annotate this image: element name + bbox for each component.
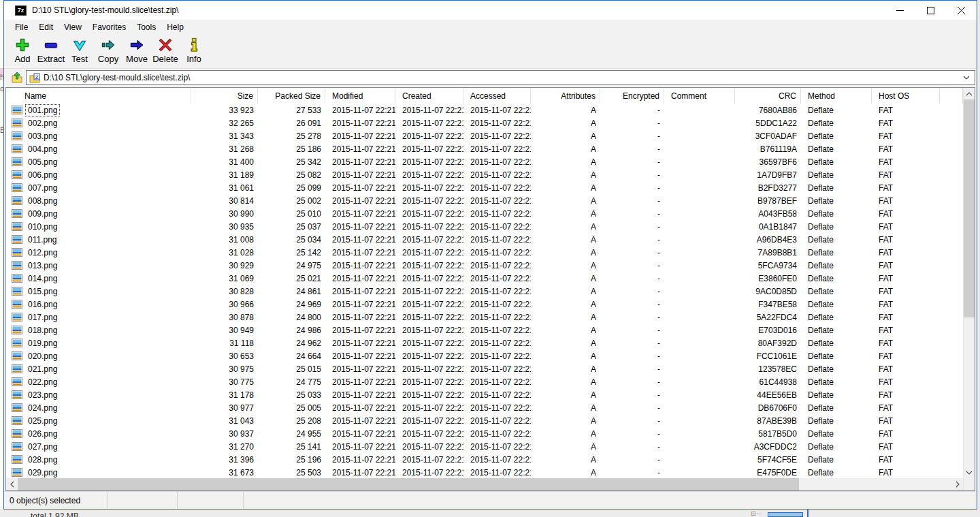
vertical-scroll-track[interactable] (964, 99, 975, 467)
cell-modified: 2015-11-07 22:21 (325, 168, 395, 181)
address-path: D:\10 STL\glory-test-mould.slice\test.zi… (44, 73, 958, 82)
horizontal-scroll-thumb[interactable] (18, 478, 799, 490)
file-row[interactable]: 019.png 31 118 24 962 2015-11-07 22:21 2… (6, 336, 963, 349)
cell-host-os: FAT (872, 220, 940, 233)
header-cell-method[interactable]: Method (801, 88, 872, 104)
test-button[interactable]: Test (65, 37, 94, 64)
delete-button[interactable]: Delete (151, 37, 180, 64)
cell-accessed: 2015-11-07 22:21 (463, 207, 531, 220)
move-button[interactable]: Move (122, 37, 151, 64)
menu-item-view[interactable]: View (59, 21, 87, 33)
file-row[interactable]: 015.png 30 828 24 861 2015-11-07 22:21 2… (6, 285, 963, 298)
header-cell-comment[interactable]: Comment (664, 88, 735, 104)
file-row[interactable]: 012.png 31 028 25 142 2015-11-07 22:21 2… (6, 246, 963, 259)
maximize-button[interactable] (915, 1, 946, 20)
header-cell-name[interactable]: Name (6, 88, 191, 104)
cell-modified: 2015-11-07 22:21 (325, 375, 395, 388)
menu-item-file[interactable]: File (10, 21, 33, 33)
cell-method: Deflate (801, 168, 872, 181)
cell-created: 2015-11-07 22:21 (395, 375, 463, 388)
cell-comment (664, 324, 735, 336)
file-row[interactable]: 009.png 30 990 25 010 2015-11-07 22:21 2… (6, 207, 963, 220)
header-cell-modified[interactable]: Modified (325, 88, 395, 104)
cell-created: 2015-11-07 22:21 (395, 246, 463, 259)
file-row[interactable]: 006.png 31 189 25 082 2015-11-07 22:21 2… (6, 168, 963, 181)
file-row[interactable]: 011.png 31 008 25 034 2015-11-07 22:21 2… (6, 233, 963, 246)
cell-size: 31 028 (191, 246, 258, 259)
file-row[interactable]: 017.png 30 878 24 800 2015-11-07 22:21 2… (6, 311, 963, 324)
cell-name: 022.png (6, 375, 191, 388)
address-dropdown-button[interactable] (961, 76, 972, 80)
cell-size: 31 118 (191, 336, 258, 349)
cell-accessed: 2015-11-07 22:21 (463, 440, 531, 453)
close-button[interactable] (946, 1, 977, 20)
scroll-down-button[interactable] (964, 467, 975, 478)
file-row[interactable]: 002.png 32 265 26 091 2015-11-07 22:21 2… (6, 116, 963, 129)
file-row[interactable]: 008.png 30 814 25 002 2015-11-07 22:21 2… (6, 194, 963, 207)
file-row[interactable]: 007.png 31 061 25 099 2015-11-07 22:21 2… (6, 181, 963, 194)
cell-host-os: FAT (872, 233, 940, 246)
file-row[interactable]: 021.png 30 975 25 015 2015-11-07 22:21 2… (6, 362, 963, 375)
header-cell-host-os[interactable]: Host OS (872, 88, 940, 104)
header-cell-created[interactable]: Created (395, 88, 463, 104)
header-cell-crc[interactable]: CRC (735, 88, 801, 104)
file-row[interactable]: 013.png 30 929 24 975 2015-11-07 22:21 2… (6, 259, 963, 272)
up-one-level-button[interactable] (8, 70, 26, 85)
menu-item-edit[interactable]: Edit (33, 21, 59, 33)
cell-packed-size: 24 775 (258, 375, 325, 388)
file-row[interactable]: 026.png 30 937 24 955 2015-11-07 22:21 2… (6, 427, 963, 440)
vertical-scrollbar[interactable] (963, 88, 975, 490)
horizontal-scrollbar[interactable] (6, 478, 963, 490)
header-cell-attributes[interactable]: Attributes (531, 88, 600, 104)
file-name: 029.png (26, 467, 59, 478)
copy-button[interactable]: Copy (94, 37, 122, 64)
cell-host-os: FAT (872, 116, 940, 129)
cell-encrypted: - (600, 311, 664, 324)
scroll-up-button[interactable] (964, 88, 975, 99)
scroll-left-button[interactable] (6, 478, 18, 490)
header-cell-accessed[interactable]: Accessed (463, 88, 531, 104)
file-row[interactable]: 003.png 31 343 25 278 2015-11-07 22:21 2… (6, 129, 963, 142)
header-cell-encrypted[interactable]: Encrypted (600, 88, 664, 104)
cell-host-os: FAT (872, 155, 940, 168)
file-name: 022.png (26, 377, 59, 388)
extract-button[interactable]: Extract (37, 37, 65, 64)
file-row[interactable]: 004.png 31 268 25 186 2015-11-07 22:21 2… (6, 142, 963, 155)
horizontal-scroll-track[interactable] (18, 478, 951, 490)
vertical-scroll-thumb[interactable] (964, 99, 975, 317)
cell-name: 013.png (6, 259, 191, 272)
cell-packed-size: 25 033 (258, 388, 325, 401)
scroll-right-button[interactable] (951, 478, 963, 490)
menu-item-favorites[interactable]: Favorites (87, 21, 131, 33)
file-row[interactable]: 023.png 31 178 25 033 2015-11-07 22:21 2… (6, 388, 963, 401)
file-row[interactable]: 020.png 30 653 24 664 2015-11-07 22:21 2… (6, 349, 963, 362)
menu-item-tools[interactable]: Tools (131, 21, 161, 33)
file-row[interactable]: 022.png 30 775 24 775 2015-11-07 22:21 2… (6, 375, 963, 388)
cell-encrypted: - (600, 129, 664, 142)
address-input[interactable]: Z D:\10 STL\glory-test-mould.slice\test.… (26, 70, 975, 85)
info-button[interactable]: Info (180, 37, 208, 64)
file-row[interactable]: 001.png 33 923 27 533 2015-11-07 22:21 2… (6, 104, 963, 116)
add-button[interactable]: Add (8, 37, 37, 64)
cell-created: 2015-11-07 22:21 (395, 285, 463, 298)
header-cell-packed-size[interactable]: Packed Size (258, 88, 325, 104)
header-cell-size[interactable]: Size (191, 88, 258, 104)
file-row[interactable]: 025.png 31 043 25 208 2015-11-07 22:21 2… (6, 414, 963, 427)
cell-comment (664, 285, 735, 298)
file-row[interactable]: 029.png 31 673 25 503 2015-11-07 22:21 2… (6, 466, 963, 478)
file-row[interactable]: 010.png 30 935 25 037 2015-11-07 22:21 2… (6, 220, 963, 233)
file-row[interactable]: 028.png 31 396 25 196 2015-11-07 22:21 2… (6, 453, 963, 466)
window-title: D:\10 STL\glory-test-mould.slice\test.zi… (32, 5, 885, 15)
file-row[interactable]: 027.png 31 270 25 141 2015-11-07 22:21 2… (6, 440, 963, 453)
minimize-button[interactable] (885, 1, 915, 20)
file-row[interactable]: 014.png 31 069 25 021 2015-11-07 22:21 2… (6, 272, 963, 285)
cell-size: 31 343 (191, 129, 258, 142)
menu-item-help[interactable]: Help (161, 21, 189, 33)
file-row[interactable]: 018.png 30 949 24 986 2015-11-07 22:21 2… (6, 324, 963, 336)
status-panel (243, 492, 977, 509)
file-row[interactable]: 016.png 30 966 24 969 2015-11-07 22:21 2… (6, 298, 963, 311)
file-row[interactable]: 024.png 30 977 25 005 2015-11-07 22:21 2… (6, 401, 963, 414)
cell-crc: 7680AB86 (735, 104, 801, 116)
cell-comment (664, 259, 735, 272)
file-row[interactable]: 005.png 31 400 25 342 2015-11-07 22:21 2… (6, 155, 963, 168)
